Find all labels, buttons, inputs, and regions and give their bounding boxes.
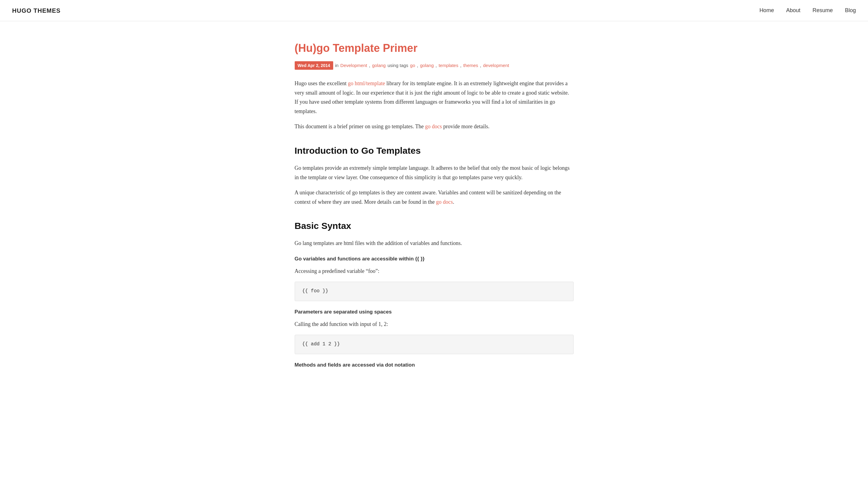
meta-comma1: , xyxy=(369,62,370,69)
post-tag-themes[interactable]: themes xyxy=(463,62,478,69)
post-category-link[interactable]: Development xyxy=(340,62,367,69)
go-html-template-link[interactable]: go html/template xyxy=(348,80,385,86)
intro-paragraph-2: This document is a brief primer on using… xyxy=(295,122,574,131)
post-tag-templates[interactable]: templates xyxy=(439,62,458,69)
post-meta: Wed Apr 2, 2014 in Development , golang … xyxy=(295,61,574,70)
site-header: HUGO THEMES Home About Resume Blog xyxy=(0,0,868,21)
main-content: (Hu)go Template Primer Wed Apr 2, 2014 i… xyxy=(283,21,586,397)
go-docs-link-2[interactable]: go docs xyxy=(436,199,453,205)
nav-blog[interactable]: Blog xyxy=(845,6,856,15)
code-block-2: {{ add 1 2 }} xyxy=(295,335,574,354)
sub-heading-3: Methods and fields are accessed via dot … xyxy=(295,361,574,370)
go-docs-link-1[interactable]: go docs xyxy=(425,123,442,129)
post-tag-go[interactable]: go xyxy=(410,62,415,69)
sub-heading-1: Go variables and functions are accessibl… xyxy=(295,255,574,264)
intro-paragraph-1: Hugo uses the excellent go html/template… xyxy=(295,79,574,116)
post-body: Hugo uses the excellent go html/template… xyxy=(295,79,574,370)
nav-home[interactable]: Home xyxy=(760,6,774,15)
code-block-1: {{ foo }} xyxy=(295,282,574,301)
main-nav: Home About Resume Blog xyxy=(760,6,856,15)
section1-paragraph-2: A unique characteristic of go templates … xyxy=(295,188,574,207)
section1-paragraph-1: Go templates provide an extremely simple… xyxy=(295,163,574,182)
site-logo: HUGO THEMES xyxy=(12,6,61,16)
post-tag-golang[interactable]: golang xyxy=(420,62,434,69)
post-tag-golang-link[interactable]: golang xyxy=(372,62,385,69)
sub2-paragraph-1: Calling the add function with input of 1… xyxy=(295,320,574,329)
section2-heading: Basic Syntax xyxy=(295,219,574,233)
sub-heading-2: Parameters are separated using spaces xyxy=(295,308,574,316)
post-date-badge: Wed Apr 2, 2014 xyxy=(295,61,333,70)
post-tag-development[interactable]: development xyxy=(483,62,509,69)
nav-resume[interactable]: Resume xyxy=(812,6,833,15)
section2-paragraph-1: Go lang templates are html files with th… xyxy=(295,239,574,248)
nav-about[interactable]: About xyxy=(786,6,800,15)
section1-heading: Introduction to Go Templates xyxy=(295,143,574,158)
meta-using: using tags xyxy=(388,62,408,69)
sub1-paragraph-1: Accessing a predefined variable “foo”: xyxy=(295,267,574,276)
meta-in-text: in xyxy=(335,62,339,69)
post-title: (Hu)go Template Primer xyxy=(295,39,574,57)
